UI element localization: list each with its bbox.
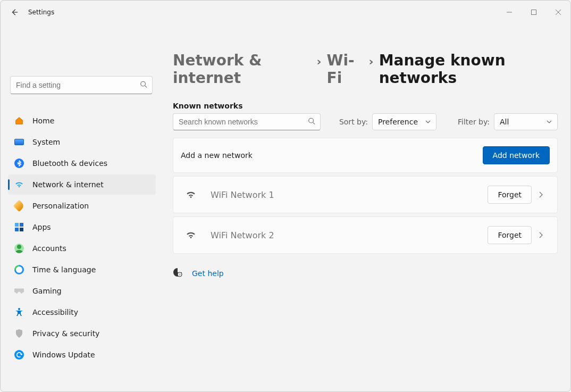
bluetooth-icon — [14, 159, 24, 168]
minimize-button[interactable] — [497, 4, 522, 21]
sidebar-item-label: Personalization — [32, 202, 89, 210]
filter-by-label: Filter by: — [458, 118, 490, 126]
network-name: WiFi Network 1 — [211, 190, 274, 200]
back-button[interactable] — [5, 3, 24, 22]
chevron-right-icon[interactable] — [532, 191, 550, 198]
filter-by-value: All — [500, 118, 509, 126]
sidebar-item-label: Accessibility — [32, 308, 78, 316]
sidebar-item-home[interactable]: Home — [8, 111, 156, 131]
window-title: Settings — [28, 9, 54, 16]
svg-point-6 — [18, 308, 20, 310]
svg-rect-2 — [15, 223, 19, 227]
sidebar-item-label: System — [32, 138, 60, 146]
breadcrumb-wifi[interactable]: Wi-Fi — [327, 52, 364, 87]
maximize-button[interactable] — [522, 4, 546, 21]
sidebar-item-label: Bluetooth & devices — [32, 159, 107, 168]
find-setting-input[interactable] — [10, 76, 153, 94]
sidebar-item-label: Gaming — [32, 287, 62, 295]
home-icon — [14, 116, 24, 126]
settings-window: Settings Home System — [0, 0, 571, 392]
sidebar-item-label: Time & language — [32, 265, 96, 274]
search-icon — [308, 117, 315, 127]
sidebar-item-accounts[interactable]: Accounts — [8, 238, 156, 258]
shield-icon — [14, 329, 24, 338]
known-networks-heading: Known networks — [173, 102, 558, 110]
add-new-network-text: Add a new network — [181, 151, 253, 160]
sidebar-item-time-language[interactable]: Time & language — [8, 260, 156, 280]
known-network-row[interactable]: WiFi Network 2 Forget — [173, 216, 558, 254]
breadcrumb-network-internet[interactable]: Network & internet — [173, 52, 312, 87]
system-icon — [14, 137, 24, 147]
sidebar-item-personalization[interactable]: Personalization — [8, 196, 156, 216]
svg-rect-5 — [20, 228, 23, 231]
search-icon — [140, 80, 147, 90]
sidebar-item-gaming[interactable]: Gaming — [8, 281, 156, 301]
sort-by-value: Preference — [378, 118, 418, 126]
chevron-right-icon: › — [317, 55, 322, 68]
add-new-network-card: Add a new network Add network — [173, 138, 558, 173]
get-help-row[interactable]: ? Get help — [173, 268, 558, 279]
sidebar-item-apps[interactable]: Apps — [8, 217, 156, 237]
svg-rect-4 — [15, 228, 19, 231]
svg-rect-3 — [20, 223, 23, 227]
wifi-icon — [14, 180, 24, 189]
sidebar-item-network[interactable]: Network & internet — [8, 174, 156, 195]
sidebar-item-label: Accounts — [32, 244, 66, 253]
add-network-button[interactable]: Add network — [483, 146, 550, 164]
sidebar-item-label: Home — [32, 116, 54, 125]
breadcrumb: Network & internet › Wi-Fi › Manage know… — [173, 52, 558, 87]
close-button[interactable] — [546, 4, 570, 21]
sidebar: Home System Bluetooth & devices Network … — [1, 24, 160, 391]
title-bar: Settings — [1, 1, 570, 24]
sidebar-item-label: Apps — [32, 223, 51, 231]
forget-button[interactable]: Forget — [488, 186, 532, 204]
window-controls — [497, 4, 570, 21]
get-help-link[interactable]: Get help — [192, 269, 224, 278]
svg-rect-0 — [532, 10, 536, 15]
nav-list: Home System Bluetooth & devices Network … — [1, 110, 160, 365]
sort-by-label: Sort by: — [339, 118, 368, 126]
apps-icon — [14, 222, 24, 232]
sidebar-item-label: Privacy & security — [32, 329, 99, 338]
filter-by-dropdown[interactable]: All — [494, 113, 558, 130]
known-network-row[interactable]: WiFi Network 1 Forget — [173, 176, 558, 213]
sidebar-item-system[interactable]: System — [8, 132, 156, 152]
sort-by-dropdown[interactable]: Preference — [372, 113, 436, 130]
person-icon — [14, 244, 24, 253]
arrow-left-icon — [11, 9, 18, 16]
find-setting-search[interactable] — [10, 76, 153, 94]
main-content: Network & internet › Wi-Fi › Manage know… — [160, 24, 570, 391]
accessibility-icon — [14, 307, 24, 317]
chevron-down-icon — [547, 118, 552, 126]
sidebar-item-accessibility[interactable]: Accessibility — [8, 302, 156, 322]
forget-button[interactable]: Forget — [488, 226, 532, 244]
svg-text:?: ? — [179, 273, 180, 277]
chevron-right-icon[interactable] — [532, 232, 550, 238]
sidebar-item-windows-update[interactable]: Windows Update — [8, 345, 156, 365]
gamepad-icon — [14, 286, 24, 296]
sidebar-item-label: Network & internet — [32, 180, 104, 189]
help-icon: ? — [173, 268, 182, 279]
chevron-right-icon: › — [369, 55, 374, 68]
page-title: Manage known networks — [379, 52, 558, 87]
sidebar-item-bluetooth[interactable]: Bluetooth & devices — [8, 153, 156, 173]
chevron-down-icon — [425, 118, 431, 126]
svg-point-7 — [309, 118, 314, 123]
network-name: WiFi Network 2 — [211, 230, 274, 240]
clock-icon — [14, 265, 24, 274]
sidebar-item-privacy[interactable]: Privacy & security — [8, 323, 156, 344]
wifi-icon — [181, 231, 201, 239]
search-known-networks[interactable] — [173, 113, 321, 130]
update-icon — [14, 350, 24, 360]
search-known-networks-input[interactable] — [173, 113, 321, 130]
brush-icon — [14, 201, 24, 211]
svg-point-1 — [141, 81, 146, 86]
sidebar-item-label: Windows Update — [32, 351, 95, 359]
wifi-icon — [181, 190, 201, 199]
known-networks-toolbar: Sort by: Preference Filter by: All — [173, 113, 558, 130]
